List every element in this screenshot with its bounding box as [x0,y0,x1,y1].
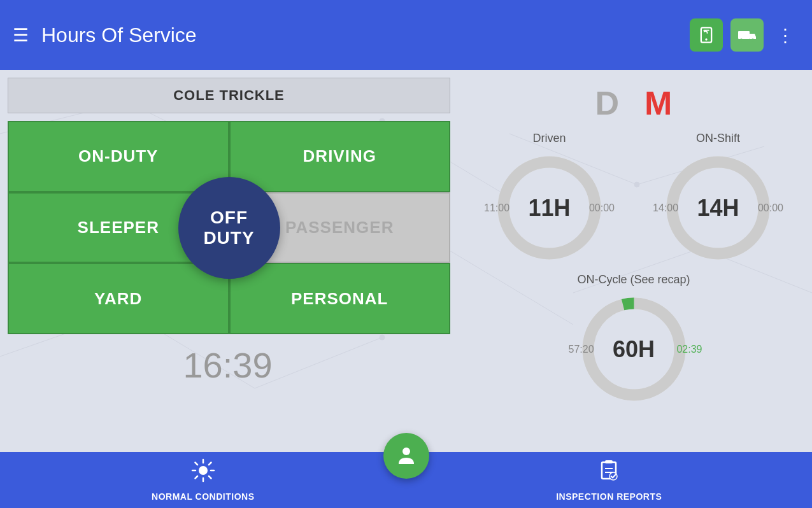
phone-button[interactable] [690,18,723,52]
svg-line-45 [209,463,211,465]
on-shift-hours: 14H [697,195,739,221]
top-bar: ☰ Hours Of Service ⋮ [0,0,812,70]
person-icon [395,445,417,467]
personal-button[interactable]: PERSONAL [229,263,451,334]
m-indicator: M [645,84,672,122]
app-title: Hours Of Service [41,24,690,47]
on-shift-gauge-wrap: 14H 14:00 00:00 [659,149,777,267]
on-shift-label: ON-Shift [696,132,740,145]
hamburger-icon[interactable]: ☰ [13,25,29,46]
status-grid: ON-DUTY DRIVING SLEEPER PASSENGER YARD P… [8,121,450,334]
driven-center: 11H [528,195,570,222]
bottom-gauge-row: ON-Cycle (See recap) 60H 57:20 02:39 [468,273,799,408]
normal-conditions-nav[interactable]: NORMAL CONDITIONS [0,458,406,502]
svg-point-47 [402,448,410,455]
center-fab-button[interactable] [383,433,429,479]
driven-label: Driven [532,132,566,145]
svg-point-38 [199,466,208,475]
truck-icon [737,26,757,44]
driven-left-time: 11:00 [484,202,509,214]
left-panel: COLE TRICKLE ON-DUTY DRIVING SLEEPER PAS… [0,70,455,452]
inspection-reports-nav[interactable]: INSPECTION REPORTS [406,458,813,502]
on-shift-gauge: ON-Shift 14H 14:00 00:00 [659,132,777,267]
d-indicator: D [595,84,620,122]
on-cycle-gauge-wrap: 60H 57:20 02:39 [575,290,693,408]
svg-line-43 [195,463,197,465]
on-cycle-label: ON-Cycle (See recap) [577,273,690,286]
on-cycle-gauge: ON-Cycle (See recap) 60H 57:20 02:39 [575,273,693,408]
sun-icon [191,458,215,488]
driven-hours: 11H [528,195,570,221]
top-gauges-row: Driven 11H 11:00 00:00 ON-Shift [468,132,799,267]
driving-button[interactable]: DRIVING [229,121,451,192]
top-bar-actions: ⋮ [690,18,799,52]
driven-gauge: Driven 11H 11:00 00:00 [490,132,608,267]
inspection-reports-label: INSPECTION REPORTS [556,491,662,502]
on-shift-right-time: 00:00 [758,202,783,214]
dm-indicators: D M [468,84,799,122]
on-cycle-left-time: 57:20 [569,344,594,355]
on-shift-left-time: 14:00 [653,202,678,214]
svg-line-44 [209,476,211,479]
svg-line-46 [195,476,197,479]
on-cycle-right-time: 02:39 [676,344,702,355]
truck-button[interactable] [730,18,764,52]
more-options-button[interactable]: ⋮ [771,22,799,48]
driven-right-time: 00:00 [589,202,615,214]
normal-conditions-label: NORMAL CONDITIONS [152,491,254,502]
on-cycle-hours: 60H [613,336,655,362]
driven-gauge-wrap: 11H 11:00 00:00 [490,149,608,267]
on-duty-button[interactable]: ON-DUTY [8,121,229,192]
clipboard-check-icon [597,458,621,488]
main-content: COLE TRICKLE ON-DUTY DRIVING SLEEPER PAS… [0,70,812,452]
on-shift-center: 14H [697,195,739,222]
off-duty-button[interactable]: OFF DUTY [178,177,280,279]
svg-point-5 [751,39,755,42]
current-time-display: 16:39 [0,344,455,386]
svg-rect-49 [605,460,613,463]
yard-button[interactable]: YARD [8,263,229,334]
right-panel: D M Driven 11H 11:00 00:00 [455,70,812,452]
svg-point-1 [705,38,708,41]
driver-name-bar: COLE TRICKLE [8,78,450,113]
svg-rect-3 [738,31,750,39]
on-cycle-center: 60H [613,336,655,363]
svg-point-4 [740,39,743,42]
bottom-nav: NORMAL CONDITIONS INSPECTION REPORTS [0,452,812,508]
phone-icon [697,26,715,44]
